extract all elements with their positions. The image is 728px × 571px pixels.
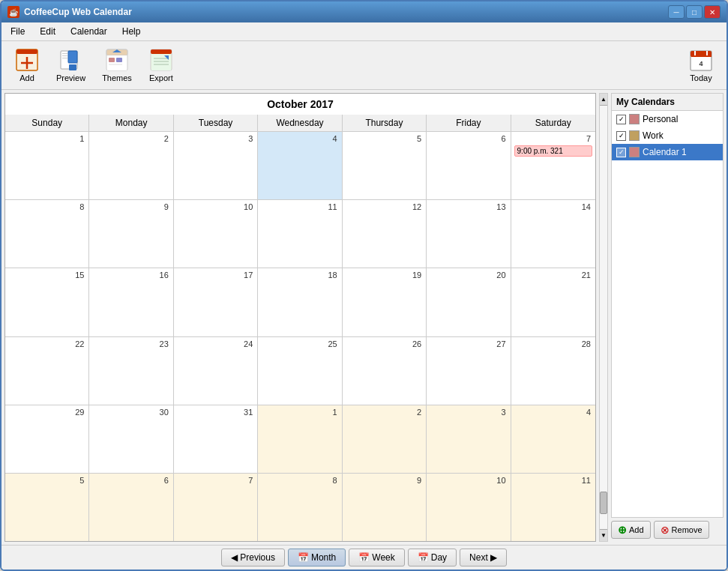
cell-nov-2[interactable]: 2 <box>343 405 427 473</box>
day-header-fri: Friday <box>427 115 511 132</box>
day-header-sun: Sunday <box>5 115 89 132</box>
cell-nov-1[interactable]: 1 <box>258 405 342 473</box>
cell-oct-24[interactable]: 24 <box>174 337 258 405</box>
calendar-item-personal[interactable]: ✓ Personal <box>612 111 723 127</box>
cell-oct-4[interactable]: 4 <box>258 132 342 199</box>
cell-oct-31[interactable]: 31 <box>174 405 258 473</box>
preview-button[interactable]: Preview <box>49 44 92 86</box>
calendar1-checkbox[interactable]: ✓ <box>616 148 626 157</box>
calendar-title: October 2017 <box>5 94 595 115</box>
remove-icon-circle: ⊗ <box>661 524 670 536</box>
cell-oct-9[interactable]: 9 <box>89 200 173 268</box>
cell-oct-20[interactable]: 20 <box>427 268 511 336</box>
main-window: ☕ CoffeeCup Web Calendar ─ □ ✕ File Edit… <box>0 0 728 571</box>
cell-oct-19[interactable]: 19 <box>343 268 427 336</box>
main-content: October 2017 Sunday Monday Tuesday Wedne… <box>1 90 727 545</box>
cell-oct-8[interactable]: 8 <box>5 200 89 268</box>
svg-text:4: 4 <box>699 60 703 67</box>
cell-oct-22[interactable]: 22 <box>5 337 89 405</box>
cell-oct-30[interactable]: 30 <box>89 405 173 473</box>
day-header-wed: Wednesday <box>258 115 342 132</box>
cell-oct-16[interactable]: 16 <box>89 268 173 336</box>
event-oct-7[interactable]: 9:00 p.m. 321 <box>514 145 592 157</box>
cell-nov-8[interactable]: 8 <box>258 474 342 541</box>
cell-nov-4[interactable]: 4 <box>511 405 595 473</box>
work-checkbox[interactable]: ✓ <box>616 131 626 141</box>
cell-oct-13[interactable]: 13 <box>427 200 511 268</box>
cell-oct-27[interactable]: 27 <box>427 337 511 405</box>
cell-nov-5[interactable]: 5 <box>5 474 89 541</box>
menu-help[interactable]: Help <box>116 24 147 39</box>
cell-nov-11[interactable]: 11 <box>511 474 595 541</box>
cell-oct-6[interactable]: 6 <box>427 132 511 199</box>
next-icon: ▶ <box>490 552 497 563</box>
cell-oct-10[interactable]: 10 <box>174 200 258 268</box>
cell-oct-21[interactable]: 21 <box>511 268 595 336</box>
month-button[interactable]: 📅 Month <box>288 549 346 567</box>
calendar-weeks: 1 2 3 4 5 6 7 9:00 p.m. 321 8 <box>5 132 595 541</box>
cell-nov-10[interactable]: 10 <box>427 474 511 541</box>
cell-oct-1[interactable]: 1 <box>5 132 89 199</box>
week-icon: 📅 <box>358 552 370 563</box>
today-button[interactable]: 4 Today <box>682 44 721 86</box>
maximize-button[interactable]: □ <box>686 5 703 19</box>
cell-oct-23[interactable]: 23 <box>89 337 173 405</box>
cell-nov-9[interactable]: 9 <box>343 474 427 541</box>
personal-checkbox[interactable]: ✓ <box>616 115 626 124</box>
cell-oct-29[interactable]: 29 <box>5 405 89 473</box>
previous-button[interactable]: ◀ Previous <box>221 549 285 567</box>
scroll-up-button[interactable]: ▲ <box>600 94 607 106</box>
my-calendars-title: My Calendars <box>611 93 724 110</box>
calendars-list: ✓ Personal ✓ Work ✓ Calendar 1 <box>611 110 724 518</box>
cell-oct-11[interactable]: 11 <box>258 200 342 268</box>
next-label: Next <box>469 552 488 563</box>
cell-oct-14[interactable]: 14 <box>511 200 595 268</box>
add-label: Add <box>19 73 34 82</box>
title-bar: ☕ CoffeeCup Web Calendar ─ □ ✕ <box>1 1 727 22</box>
calendar-grid: Sunday Monday Tuesday Wednesday Thursday… <box>5 115 595 541</box>
day-header-sat: Saturday <box>511 115 595 132</box>
cell-oct-2[interactable]: 2 <box>89 132 173 199</box>
calendar-item-calendar1[interactable]: ✓ Calendar 1 <box>612 144 723 160</box>
cell-nov-3[interactable]: 3 <box>427 405 511 473</box>
menu-calendar[interactable]: Calendar <box>64 24 113 39</box>
cell-oct-3[interactable]: 3 <box>174 132 258 199</box>
calendar-scrollbar[interactable]: ▲ ▼ <box>599 93 608 542</box>
scroll-thumb[interactable] <box>600 492 607 514</box>
calendar1-color <box>629 147 640 157</box>
cell-oct-17[interactable]: 17 <box>174 268 258 336</box>
sidebar-add-button[interactable]: ⊕ Add <box>611 521 651 539</box>
close-button[interactable]: ✕ <box>704 5 721 19</box>
day-button[interactable]: 📅 Day <box>408 549 457 567</box>
calendar-week-5: 29 30 31 1 2 3 4 <box>5 405 595 474</box>
cell-oct-18[interactable]: 18 <box>258 268 342 336</box>
cell-nov-7[interactable]: 7 <box>174 474 258 541</box>
day-header-tue: Tuesday <box>174 115 258 132</box>
calendar1-label: Calendar 1 <box>643 147 687 157</box>
cell-oct-25[interactable]: 25 <box>258 337 342 405</box>
cell-oct-12[interactable]: 12 <box>343 200 427 268</box>
toolbar: Add Preview <box>1 41 727 90</box>
themes-button[interactable]: Themes <box>95 44 139 86</box>
app-icon: ☕ <box>7 6 19 18</box>
minimize-button[interactable]: ─ <box>668 5 685 19</box>
add-button[interactable]: Add <box>7 44 46 86</box>
svg-rect-5 <box>68 51 77 63</box>
week-button[interactable]: 📅 Week <box>349 549 404 567</box>
day-icon: 📅 <box>418 552 429 563</box>
cell-oct-26[interactable]: 26 <box>343 337 427 405</box>
cell-nov-6[interactable]: 6 <box>89 474 173 541</box>
scroll-down-button[interactable]: ▼ <box>600 529 607 541</box>
cell-oct-15[interactable]: 15 <box>5 268 89 336</box>
cell-oct-5[interactable]: 5 <box>343 132 427 199</box>
menu-file[interactable]: File <box>4 24 31 39</box>
cell-oct-28[interactable]: 28 <box>511 337 595 405</box>
next-button[interactable]: Next ▶ <box>460 549 507 567</box>
sidebar-remove-button[interactable]: ⊗ Remove <box>654 521 709 539</box>
export-button[interactable]: Export <box>142 44 181 86</box>
cell-oct-7[interactable]: 7 9:00 p.m. 321 <box>511 132 595 199</box>
month-label: Month <box>311 552 336 563</box>
title-bar-left: ☕ CoffeeCup Web Calendar <box>7 6 132 18</box>
menu-edit[interactable]: Edit <box>34 24 61 39</box>
calendar-item-work[interactable]: ✓ Work <box>612 127 723 144</box>
